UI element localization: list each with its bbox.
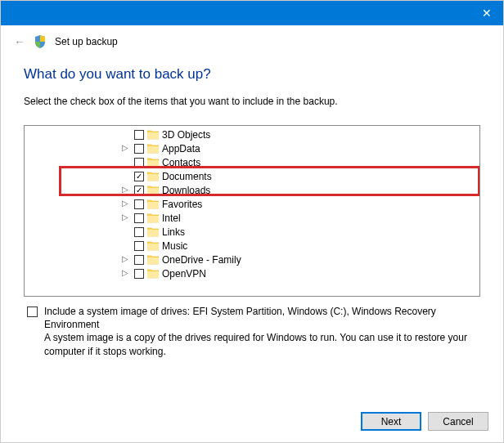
next-button[interactable]: Next bbox=[361, 412, 421, 431]
tree-item[interactable]: 3D Objects bbox=[25, 128, 479, 141]
folder-checkbox[interactable]: ✓ bbox=[134, 186, 144, 195]
shield-icon bbox=[34, 35, 47, 48]
system-image-description: A system image is a copy of the drives r… bbox=[44, 331, 477, 357]
tree-item[interactable]: ▷OpenVPN bbox=[25, 266, 479, 280]
tree-item[interactable]: ▷OneDrive - Family bbox=[25, 253, 479, 266]
tree-item[interactable]: ▷Intel bbox=[25, 211, 479, 225]
system-image-option: Include a system image of drives: EFI Sy… bbox=[24, 305, 480, 358]
folder-icon bbox=[147, 199, 159, 209]
system-image-checkbox[interactable] bbox=[27, 307, 38, 317]
back-arrow-icon[interactable]: ← bbox=[14, 35, 25, 48]
folder-icon bbox=[147, 269, 159, 279]
folder-icon bbox=[147, 158, 159, 168]
folder-label: OneDrive - Family bbox=[162, 254, 241, 266]
tree-item[interactable]: ▷✓Downloads bbox=[25, 183, 479, 197]
folder-checkbox[interactable] bbox=[134, 269, 144, 279]
folder-checkbox[interactable] bbox=[134, 199, 144, 209]
folder-checkbox[interactable]: ✓ bbox=[134, 172, 144, 181]
folder-label: Intel bbox=[162, 213, 181, 224]
folder-checkbox[interactable] bbox=[134, 213, 144, 223]
folder-label: Favorites bbox=[162, 199, 202, 210]
tree-item[interactable]: Music bbox=[25, 239, 479, 253]
folder-label: Documents bbox=[162, 171, 212, 182]
system-image-text: Include a system image of drives: EFI Sy… bbox=[44, 305, 477, 358]
folder-label: Contacts bbox=[162, 157, 200, 168]
folder-label: AppData bbox=[162, 143, 200, 154]
page-title: What do you want to back up? bbox=[24, 66, 480, 83]
expand-icon[interactable]: ▷ bbox=[121, 143, 129, 152]
header-title: Set up backup bbox=[55, 36, 118, 47]
folder-checkbox[interactable] bbox=[134, 241, 144, 251]
tree-item[interactable]: Links bbox=[25, 225, 479, 239]
folder-icon bbox=[147, 241, 159, 251]
instruction-text: Select the check box of the items that y… bbox=[24, 96, 480, 107]
tree-item[interactable]: ▷AppData bbox=[25, 141, 479, 155]
folder-icon bbox=[147, 130, 159, 140]
folder-tree[interactable]: 3D Objects▷AppDataContacts✓Documents▷✓Do… bbox=[24, 125, 480, 297]
folder-label: Music bbox=[162, 240, 187, 252]
backup-wizard-window: ✕ ← Set up backup What do you want to ba… bbox=[0, 0, 504, 443]
folder-checkbox[interactable] bbox=[134, 130, 144, 140]
folder-checkbox[interactable] bbox=[134, 255, 144, 265]
folder-checkbox[interactable] bbox=[134, 144, 144, 154]
folder-icon bbox=[147, 144, 159, 154]
folder-icon bbox=[147, 255, 159, 265]
close-icon[interactable]: ✕ bbox=[482, 7, 492, 20]
tree-item[interactable]: Contacts bbox=[25, 155, 479, 169]
system-image-label: Include a system image of drives: EFI Sy… bbox=[44, 305, 477, 331]
expand-icon[interactable]: ▷ bbox=[121, 199, 129, 208]
folder-icon bbox=[147, 186, 159, 195]
folder-icon bbox=[147, 227, 159, 237]
folder-label: 3D Objects bbox=[162, 129, 210, 141]
folder-icon bbox=[147, 172, 159, 181]
titlebar: ✕ bbox=[1, 1, 503, 25]
folder-label: Links bbox=[162, 226, 185, 238]
tree-item[interactable]: ▷Favorites bbox=[25, 197, 479, 211]
expand-icon[interactable]: ▷ bbox=[121, 213, 129, 222]
folder-label: OpenVPN bbox=[162, 268, 206, 280]
tree-item[interactable]: ✓Documents bbox=[25, 169, 479, 183]
folder-checkbox[interactable] bbox=[134, 227, 144, 237]
folder-icon bbox=[147, 213, 159, 223]
folder-label: Downloads bbox=[162, 185, 210, 196]
expand-icon[interactable]: ▷ bbox=[121, 185, 129, 194]
footer: Next Cancel bbox=[1, 400, 503, 442]
expand-icon[interactable]: ▷ bbox=[121, 254, 129, 263]
cancel-button[interactable]: Cancel bbox=[428, 412, 488, 431]
content-area: What do you want to back up? Select the … bbox=[1, 58, 503, 400]
expand-icon[interactable]: ▷ bbox=[121, 268, 129, 277]
folder-checkbox[interactable] bbox=[134, 158, 144, 168]
header: ← Set up backup bbox=[1, 25, 503, 58]
